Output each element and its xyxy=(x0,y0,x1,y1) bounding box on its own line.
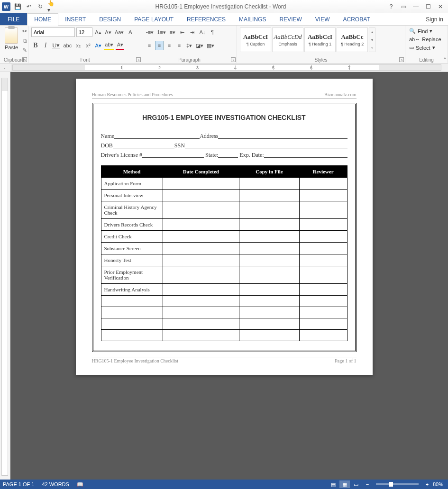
cell-blank xyxy=(163,243,239,254)
format-painter-icon[interactable]: ✎ xyxy=(21,46,28,54)
align-right-icon[interactable]: ≡ xyxy=(165,41,174,50)
tab-file[interactable]: FILE xyxy=(0,13,27,25)
underline-button[interactable]: U▾ xyxy=(51,41,61,50)
cell-blank xyxy=(299,190,347,201)
subscript-button[interactable]: x₂ xyxy=(74,41,82,50)
font-color-button[interactable]: A▾ xyxy=(116,41,124,50)
sign-in-link[interactable]: Sign in xyxy=(421,13,448,25)
italic-button[interactable]: I xyxy=(41,41,50,50)
tab-references[interactable]: REFERENCES xyxy=(180,13,232,25)
highlight-color-button[interactable]: ab▾ xyxy=(104,41,114,50)
shading-icon[interactable]: ◪▾ xyxy=(195,41,204,50)
change-case-icon[interactable]: Aa▾ xyxy=(114,27,125,37)
help-icon[interactable]: ? xyxy=(385,2,397,11)
cut-icon[interactable]: ✂ xyxy=(21,27,28,35)
status-page[interactable]: PAGE 1 OF 1 xyxy=(3,481,34,487)
align-center-icon[interactable]: ≡ xyxy=(155,41,164,50)
ruler-corner[interactable]: ⌐ xyxy=(0,63,11,72)
page[interactable]: Human Resources Policies and Procedures … xyxy=(76,79,373,375)
collapse-ribbon-icon[interactable]: ˄ xyxy=(444,57,446,62)
zoom-level[interactable]: 80% xyxy=(433,481,443,487)
close-button[interactable]: ✕ xyxy=(435,2,446,11)
font-name-input[interactable] xyxy=(31,27,75,37)
tab-design[interactable]: DESIGN xyxy=(92,13,128,25)
tab-page-layout[interactable]: PAGE LAYOUT xyxy=(128,13,180,25)
cell-blank xyxy=(299,318,347,330)
style-emphasis[interactable]: AaBbCcDdEmphasis xyxy=(272,27,303,52)
select-button[interactable]: ▭Select ▾ xyxy=(408,44,445,51)
clear-formatting-icon[interactable]: A̶ xyxy=(126,27,135,37)
style-caption[interactable]: AaBbCcI¶ Caption xyxy=(240,27,271,52)
undo-icon[interactable]: ↶ xyxy=(25,2,33,11)
tab-review[interactable]: REVIEW xyxy=(273,13,308,25)
cell-blank xyxy=(299,178,347,190)
borders-icon[interactable]: ▦▾ xyxy=(206,41,215,50)
sort-icon[interactable]: A↓ xyxy=(198,27,207,37)
tab-view[interactable]: VIEW xyxy=(309,13,337,25)
numbering-icon[interactable]: 1≡▾ xyxy=(156,27,167,37)
cell-method xyxy=(101,296,163,307)
maximize-button[interactable]: ☐ xyxy=(422,2,434,11)
bold-button[interactable]: B xyxy=(31,41,40,50)
th-method: Method xyxy=(101,166,163,178)
find-button[interactable]: 🔍Find ▾ xyxy=(408,27,445,35)
multilevel-list-icon[interactable]: ≡▾ xyxy=(168,27,177,37)
window-title: HRG105-1 Employee Investigation Checklis… xyxy=(56,3,385,10)
zoom-in-button[interactable]: + xyxy=(422,480,432,488)
paragraph-dialog-launcher[interactable]: ↘ xyxy=(231,57,236,62)
footer-left: HRG105-1 Employee Investigation Checklis… xyxy=(92,358,178,363)
tab-mailings[interactable]: MAILINGS xyxy=(232,13,273,25)
bullets-icon[interactable]: •≡▾ xyxy=(145,27,155,37)
horizontal-ruler[interactable]: 1234567 xyxy=(12,64,441,71)
style-gallery-scroll[interactable]: ▴▾▿ xyxy=(369,27,375,52)
view-print-icon[interactable]: ▦ xyxy=(339,480,350,488)
show-marks-icon[interactable]: ¶ xyxy=(208,27,217,37)
style-heading2[interactable]: AaBbCc¶ Heading 2 xyxy=(337,27,368,52)
group-label-styles: Styles xyxy=(237,57,405,63)
vertical-ruler[interactable] xyxy=(0,72,10,480)
save-icon[interactable]: 💾 xyxy=(13,2,22,11)
cell-blank xyxy=(299,330,347,341)
tab-acrobat[interactable]: ACROBAT xyxy=(336,13,376,25)
font-size-input[interactable] xyxy=(76,27,92,37)
view-read-icon[interactable]: ▤ xyxy=(328,480,338,488)
increase-indent-icon[interactable]: ⇥ xyxy=(188,27,197,37)
text-effects-icon[interactable]: A▾ xyxy=(94,41,102,50)
strikethrough-button[interactable]: abc xyxy=(62,41,73,50)
view-web-icon[interactable]: ▭ xyxy=(351,480,361,488)
shrink-font-icon[interactable]: A▾ xyxy=(104,27,112,37)
document-area[interactable]: Human Resources Policies and Procedures … xyxy=(0,72,448,480)
zoom-out-button[interactable]: − xyxy=(362,480,373,488)
cell-blank xyxy=(299,231,347,243)
group-label-font: Font xyxy=(28,57,142,63)
touch-mode-icon[interactable]: 👆▾ xyxy=(47,2,56,11)
status-words[interactable]: 42 WORDS xyxy=(42,481,69,487)
copy-icon[interactable]: ⧉ xyxy=(21,37,28,45)
align-left-icon[interactable]: ≡ xyxy=(145,41,154,50)
grow-font-icon[interactable]: A▴ xyxy=(94,27,102,37)
status-proofing-icon[interactable]: 📖 xyxy=(77,481,83,488)
decrease-indent-icon[interactable]: ⇤ xyxy=(178,27,187,37)
cell-blank xyxy=(163,330,239,341)
font-dialog-launcher[interactable]: ↘ xyxy=(136,57,141,62)
header-rule xyxy=(92,99,357,99)
minimize-button[interactable]: — xyxy=(410,2,421,11)
tab-home[interactable]: HOME xyxy=(27,13,58,26)
cell-blank xyxy=(239,318,299,330)
style-heading1[interactable]: AaBbCcI¶ Heading 1 xyxy=(304,27,336,52)
clipboard-dialog-launcher[interactable]: ↘ xyxy=(22,57,27,62)
replace-button[interactable]: ab↔Replace xyxy=(408,36,445,43)
redo-icon[interactable]: ↻ xyxy=(36,2,45,11)
justify-icon[interactable]: ≡ xyxy=(175,41,183,50)
tab-insert[interactable]: INSERT xyxy=(58,13,92,25)
group-label-paragraph: Paragraph xyxy=(142,57,237,63)
line-spacing-icon[interactable]: ‡▾ xyxy=(185,41,193,50)
table-row: Substance Screen xyxy=(101,243,347,254)
paste-button[interactable]: Paste xyxy=(3,27,20,54)
ribbon-display-icon[interactable]: ▭ xyxy=(398,2,409,11)
cell-blank xyxy=(299,219,347,231)
styles-dialog-launcher[interactable]: ↘ xyxy=(399,57,404,62)
cell-blank xyxy=(239,219,299,231)
zoom-slider[interactable] xyxy=(376,483,419,485)
superscript-button[interactable]: x² xyxy=(84,41,92,50)
